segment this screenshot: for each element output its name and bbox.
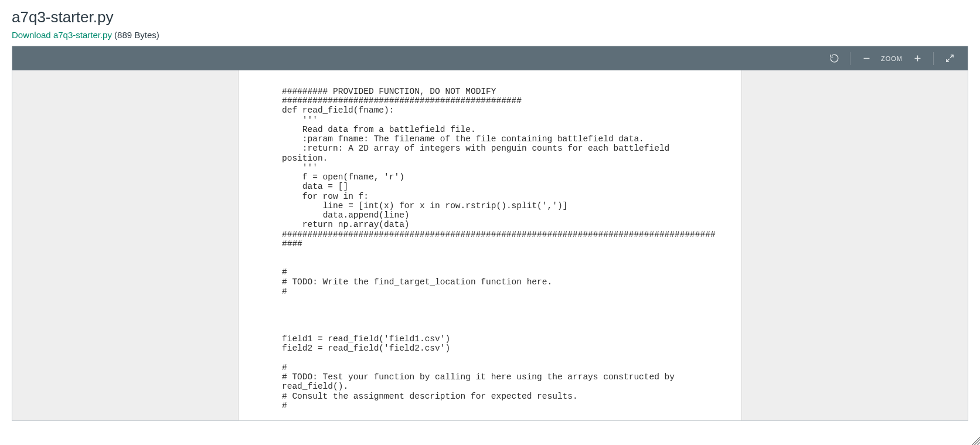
zoom-out-button[interactable] xyxy=(856,49,876,69)
refresh-icon xyxy=(829,53,839,63)
minus-icon xyxy=(862,53,872,63)
page-title: a7q3-starter.py xyxy=(0,0,980,30)
file-size: (889 Bytes) xyxy=(114,30,159,40)
svg-line-4 xyxy=(946,59,949,62)
expand-icon xyxy=(945,53,955,63)
svg-line-3 xyxy=(950,55,953,58)
toolbar-divider xyxy=(850,52,850,65)
zoom-in-button[interactable] xyxy=(907,49,927,69)
download-row: Download a7q3-starter.py (889 Bytes) xyxy=(0,30,980,46)
viewer-toolbar: ZOOM xyxy=(12,46,968,70)
plus-icon xyxy=(913,53,923,63)
viewer-body[interactable]: ######### PROVIDED FUNCTION, DO NOT MODI… xyxy=(12,70,968,420)
refresh-button[interactable] xyxy=(824,49,844,69)
document-page: ######### PROVIDED FUNCTION, DO NOT MODI… xyxy=(238,70,742,420)
fullscreen-button[interactable] xyxy=(940,49,959,69)
resize-grip[interactable] xyxy=(969,434,980,445)
toolbar-divider xyxy=(933,52,934,65)
code-content: ######### PROVIDED FUNCTION, DO NOT MODI… xyxy=(282,87,718,410)
document-viewer: ZOOM ######### PROVIDED FUNCTION, DO NOT… xyxy=(12,46,968,421)
download-link[interactable]: Download a7q3-starter.py xyxy=(12,30,112,40)
zoom-label: ZOOM xyxy=(881,55,903,62)
